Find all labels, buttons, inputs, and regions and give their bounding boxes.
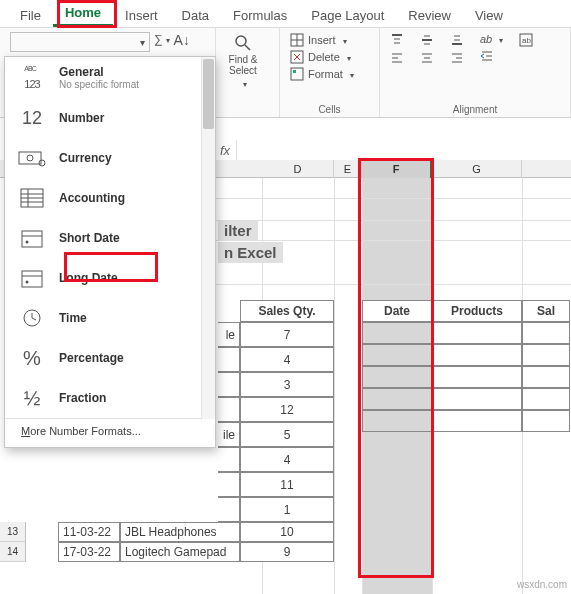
t1-qty-7[interactable]: 1 (240, 497, 334, 522)
tab-data[interactable]: Data (170, 4, 221, 27)
svg-point-46 (26, 281, 29, 284)
rowhead-14[interactable]: 14 (0, 542, 26, 562)
t1-r14-product[interactable]: Logitech Gamepad (120, 542, 240, 562)
t2-cell-r3-c2[interactable] (522, 388, 570, 410)
t1-qty-5[interactable]: 4 (240, 447, 334, 472)
tab-view[interactable]: View (463, 4, 515, 27)
svg-rect-9 (293, 70, 296, 73)
t1-qty-3[interactable]: 12 (240, 397, 334, 422)
t2-cell-r0-c2[interactable] (522, 322, 570, 344)
numfmt-currency[interactable]: Currency (5, 138, 215, 178)
t2-cell-r4-c2[interactable] (522, 410, 570, 432)
numfmt-fraction[interactable]: ½ Fraction (5, 378, 215, 418)
table2-header-sales[interactable]: Sal (522, 300, 570, 322)
numfmt-icon-cal-dot (17, 226, 47, 250)
t1-r13-date[interactable]: 11-03-22 (58, 522, 120, 542)
t2-cell-r4-c1[interactable] (432, 410, 522, 432)
t1-qty-1[interactable]: 4 (240, 347, 334, 372)
t2-cell-r2-c1[interactable] (432, 366, 522, 388)
autosum-icon[interactable]: ∑ (154, 32, 170, 48)
numfmt-long-date[interactable]: Long Date (5, 258, 215, 298)
tab-review[interactable]: Review (396, 4, 463, 27)
colhead-D[interactable]: D (262, 160, 334, 178)
t1-qty-2[interactable]: 3 (240, 372, 334, 397)
t1-product-1[interactable] (218, 347, 240, 372)
cells-delete-button[interactable]: Delete (286, 49, 358, 65)
align-right-button[interactable] (446, 50, 468, 66)
cells-format-button[interactable]: Format (286, 66, 358, 82)
svg-point-34 (27, 155, 33, 161)
cells-insert-button[interactable]: Insert (286, 32, 358, 48)
formula-bar[interactable] (236, 140, 571, 161)
t1-qty-4[interactable]: 5 (240, 422, 334, 447)
colhead-F[interactable]: F (362, 160, 432, 178)
numfmt-icon-clock (17, 306, 47, 330)
align-bottom-button[interactable] (446, 32, 468, 48)
t2-cell-r4-c0[interactable] (362, 410, 432, 432)
t1-qty-6[interactable]: 11 (240, 472, 334, 497)
numfmt-short-date[interactable]: Short Date (5, 218, 215, 258)
tab-pagelayout[interactable]: Page Layout (299, 4, 396, 27)
group-alignment-label: Alignment (386, 104, 564, 115)
numfmt-percentage[interactable]: % Percentage (5, 338, 215, 378)
numfmt-general[interactable]: ABC123 GeneralNo specific format (5, 57, 215, 98)
t2-cell-r2-c0[interactable] (362, 366, 432, 388)
dropdown-scrollbar[interactable] (201, 57, 215, 419)
t1-qty-0[interactable]: 7 (240, 322, 334, 347)
rowhead-13[interactable]: 13 (0, 522, 26, 542)
tab-file[interactable]: File (8, 4, 53, 27)
orientation-button[interactable]: ab (476, 32, 507, 46)
t1-product-3[interactable] (218, 397, 240, 422)
ribbon-tabs: File Home Insert Data Formulas Page Layo… (0, 0, 571, 28)
svg-point-35 (39, 160, 45, 166)
tab-insert[interactable]: Insert (113, 4, 170, 27)
t2-cell-r1-c1[interactable] (432, 344, 522, 366)
sort-icon[interactable]: A↓ (174, 32, 190, 48)
align-right-icon (450, 51, 464, 65)
t1-product-5[interactable] (218, 447, 240, 472)
t1-product-4[interactable]: ile (218, 422, 240, 447)
t1-r13-product[interactable]: JBL Headphones (120, 522, 240, 542)
numfmt-icon-cash (17, 146, 47, 170)
colhead-G[interactable]: G (432, 160, 522, 178)
t2-cell-r1-c0[interactable] (362, 344, 432, 366)
t1-product-6[interactable] (218, 472, 240, 497)
t2-cell-r1-c2[interactable] (522, 344, 570, 366)
grid-format-icon (290, 67, 304, 81)
table2-header-products[interactable]: Products (432, 300, 522, 322)
number-format-dropdown: ABC123 GeneralNo specific format12 Numbe… (4, 56, 216, 448)
find-select-button[interactable]: Find & Select (222, 32, 264, 91)
tab-home[interactable]: Home (53, 1, 113, 27)
numfmt-number[interactable]: 12 Number (5, 98, 215, 138)
magnifier-icon (234, 34, 252, 52)
align-middle-button[interactable] (416, 32, 438, 48)
t2-cell-r0-c0[interactable] (362, 322, 432, 344)
t1-r13-qty[interactable]: 10 (240, 522, 334, 542)
align-left-button[interactable] (386, 50, 408, 66)
t2-cell-r2-c2[interactable] (522, 366, 570, 388)
numfmt-accounting[interactable]: Accounting (5, 178, 215, 218)
align-top-button[interactable] (386, 32, 408, 48)
t1-r14-qty[interactable]: 9 (240, 542, 334, 562)
t2-cell-r0-c1[interactable] (432, 322, 522, 344)
t1-r14-date[interactable]: 17-03-22 (58, 542, 120, 562)
table1-header-sales[interactable]: Sales Qty. (240, 300, 334, 322)
decrease-indent-button[interactable] (476, 48, 507, 64)
t1-product-0[interactable]: le (218, 322, 240, 347)
wrap-text-button[interactable]: ab (515, 32, 537, 48)
number-format-combo[interactable]: ▾ (10, 32, 150, 52)
numfmt-time[interactable]: Time (5, 298, 215, 338)
t1-product-7[interactable] (218, 497, 240, 522)
align-center-button[interactable] (416, 50, 438, 66)
svg-rect-33 (19, 152, 41, 164)
tab-formulas[interactable]: Formulas (221, 4, 299, 27)
t1-product-2[interactable] (218, 372, 240, 397)
svg-rect-44 (22, 271, 42, 287)
t2-cell-r3-c1[interactable] (432, 388, 522, 410)
more-number-formats[interactable]: More Number Formats... (5, 418, 215, 443)
svg-rect-8 (291, 68, 303, 80)
table2-header-date[interactable]: Date (362, 300, 432, 322)
colhead-E[interactable]: E (334, 160, 362, 178)
title-line2: n Excel (218, 242, 283, 263)
t2-cell-r3-c0[interactable] (362, 388, 432, 410)
